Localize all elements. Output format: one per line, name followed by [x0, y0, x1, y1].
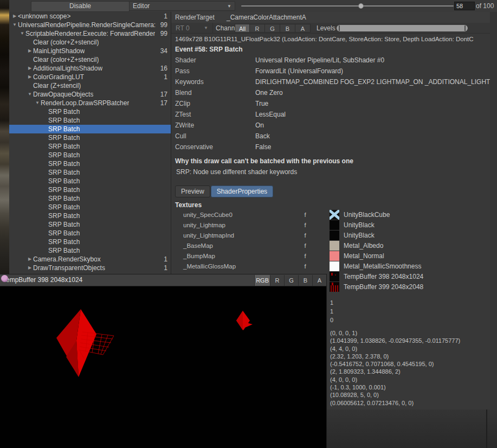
- tree-down-arrow-icon[interactable]: ▼: [19, 29, 25, 38]
- vector-value: (4, 4, 0, 0): [330, 345, 460, 353]
- tree-row[interactable]: SRP Batch: [9, 151, 171, 159]
- tree-row-label: SRP Batch: [48, 229, 80, 238]
- target-selector-dropdown[interactable]: Editor ▼: [129, 1, 235, 11]
- texture-swatch-icon[interactable]: [330, 272, 339, 281]
- preview-channel-b-button[interactable]: B: [298, 275, 312, 286]
- channel-g-button[interactable]: G: [265, 24, 280, 33]
- texture-swatch-icon[interactable]: [330, 210, 339, 220]
- float-value: 1: [330, 307, 333, 316]
- tree-row[interactable]: SRP Batch: [9, 177, 171, 185]
- texture-row[interactable]: unity_LightmapfUnityBlack: [171, 220, 497, 230]
- tree-row-label: ColorGradingLUT: [33, 73, 84, 81]
- texture-row[interactable]: _MetallicGlossMapfMetal_MetallicSmoothne…: [171, 261, 497, 271]
- chevron-down-icon: ▼: [227, 2, 231, 11]
- tree-down-arrow-icon[interactable]: ▼: [27, 90, 33, 99]
- tree-row[interactable]: Clear (color+Z+stencil): [9, 38, 171, 47]
- tree-row-label: <unknown scope>: [18, 12, 70, 21]
- tree-right-arrow-icon[interactable]: ▶: [27, 73, 33, 81]
- tree-down-arrow-icon[interactable]: ▼: [34, 99, 41, 107]
- tree-row[interactable]: SRP Batch: [9, 185, 171, 194]
- vector-value: (-1, 0.3, 1000, 0.001): [330, 383, 460, 391]
- channel-all-button[interactable]: All: [235, 24, 250, 33]
- tree-row[interactable]: SRP Batch: [9, 238, 171, 246]
- channel-b-button[interactable]: B: [280, 24, 295, 33]
- tree-row[interactable]: SRP Batch: [9, 168, 171, 177]
- preview-channel-g-button[interactable]: G: [284, 275, 298, 286]
- tree-row-label: DrawTransparentObjects: [33, 264, 105, 272]
- panel-divider: [486, 409, 487, 448]
- texture-row[interactable]: _BumpMapfMetal_Normal: [171, 251, 497, 261]
- tree-row-label: SRP Batch: [48, 142, 80, 151]
- texture-row[interactable]: unity_SpecCube0fUnityBlackCube: [171, 209, 497, 220]
- tree-row[interactable]: SRP Batch: [9, 116, 171, 125]
- tree-row-label: SRP Batch: [48, 212, 80, 220]
- scrollbar-gutter[interactable]: [490, 12, 497, 409]
- tree-row[interactable]: SRP Batch: [9, 246, 171, 255]
- tab-shader-properties[interactable]: ShaderProperties: [211, 185, 273, 197]
- tree-row[interactable]: ▶DrawTransparentObjects1: [9, 264, 171, 272]
- tree-row[interactable]: SRP Batch: [9, 220, 171, 229]
- tree-row[interactable]: Clear (Z+stencil): [9, 81, 171, 90]
- texture-name: TempBuffer 398 2048x1024: [339, 273, 423, 280]
- tree-row[interactable]: ▼ScriptableRenderer.Execute: ForwardRend…: [9, 29, 171, 38]
- tree-row[interactable]: SRP Batch: [9, 142, 171, 151]
- event-number-input[interactable]: [454, 2, 475, 10]
- tree-row[interactable]: Clear (color+Z+stencil): [9, 55, 171, 64]
- rt-index-dropdown[interactable]: RT 0 ▼: [173, 24, 209, 33]
- event-slider-handle[interactable]: [358, 3, 364, 9]
- tree-row-label: Camera.RenderSkybox: [33, 255, 101, 264]
- vector-value: (-0.5416752, 0.7071068, 0.4545195, 0): [330, 360, 460, 368]
- tree-row[interactable]: SRP Batch: [9, 125, 171, 133]
- tree-row[interactable]: SRP Batch: [9, 107, 171, 116]
- tree-row[interactable]: ▼UniversalRenderPipeline.RenderSingleCam…: [9, 21, 171, 29]
- tree-row-label: SRP Batch: [48, 151, 80, 159]
- tree-down-arrow-icon[interactable]: ▼: [11, 21, 18, 29]
- levels-range-slider[interactable]: [337, 25, 468, 31]
- event-slider[interactable]: [241, 5, 454, 7]
- texture-swatch-icon[interactable]: [330, 282, 339, 292]
- tab-preview[interactable]: Preview: [175, 185, 210, 197]
- tree-row[interactable]: ▶ColorGradingLUT1: [9, 73, 171, 81]
- tree-right-arrow-icon[interactable]: ▶: [27, 64, 33, 73]
- tree-row[interactable]: ▶AdditionalLightsShadow16: [9, 64, 171, 73]
- texture-row[interactable]: unity_LightmapIndfUnityBlack: [171, 230, 497, 240]
- preview-channel-rgb-button[interactable]: RGB: [254, 275, 270, 286]
- texture-row[interactable]: _BaseMapfMetal_Albedo: [171, 240, 497, 251]
- vector-value: (10.08928, 5, 0, 0): [330, 391, 460, 399]
- texture-flag: f: [299, 232, 312, 239]
- event-detail-row: PassForwardLit (UniversalForward): [171, 66, 497, 76]
- texture-swatch-icon[interactable]: [330, 220, 339, 230]
- event-tree[interactable]: ▶<unknown scope>1▼UniversalRenderPipelin…: [9, 12, 171, 274]
- preview-channel-r-button[interactable]: R: [270, 275, 284, 286]
- texture-swatch-icon[interactable]: [330, 241, 339, 251]
- texture-swatch-icon[interactable]: [330, 231, 339, 240]
- texture-flag: f: [299, 242, 312, 249]
- tree-right-arrow-icon[interactable]: ▶: [27, 264, 33, 272]
- tree-row[interactable]: SRP Batch: [9, 212, 171, 220]
- texture-swatch-icon[interactable]: [330, 251, 339, 261]
- tree-row[interactable]: ▶<unknown scope>1: [9, 12, 171, 21]
- texture-name: TempBuffer 399 2048x2048: [339, 283, 423, 291]
- tree-row[interactable]: ▶MainLightShadow34: [9, 47, 171, 55]
- tree-right-arrow-icon[interactable]: ▶: [27, 255, 33, 264]
- channel-r-button[interactable]: R: [250, 24, 265, 33]
- tree-right-arrow-icon[interactable]: ▶: [27, 47, 33, 55]
- texture-flag: f: [299, 253, 312, 259]
- tree-row[interactable]: ▼DrawOpaqueObjects17: [9, 90, 171, 99]
- channel-a-button[interactable]: A: [295, 24, 311, 33]
- tree-row-label: SRP Batch: [48, 107, 80, 116]
- tree-row[interactable]: SRP Batch: [9, 194, 171, 203]
- texture-swatch-icon[interactable]: [330, 261, 339, 271]
- disable-button[interactable]: Disable: [31, 1, 130, 12]
- texture-flag: f: [299, 212, 312, 218]
- event-detail-row: CullBack: [171, 131, 497, 142]
- tree-row[interactable]: SRP Batch: [9, 159, 171, 168]
- tree-row[interactable]: ▼RenderLoop.DrawSRPBatcher17: [9, 99, 171, 107]
- tree-row[interactable]: ▶Camera.RenderSkybox1: [9, 255, 171, 264]
- tree-row[interactable]: SRP Batch: [9, 229, 171, 238]
- tree-right-arrow-icon[interactable]: ▶: [11, 12, 18, 21]
- preview-channel-a-button[interactable]: A: [312, 275, 326, 286]
- tree-row[interactable]: SRP Batch: [9, 203, 171, 212]
- vector-value: (1.041399, 1.038826, -0.02947355, -0.011…: [330, 337, 460, 344]
- tree-row[interactable]: SRP Batch: [9, 133, 171, 142]
